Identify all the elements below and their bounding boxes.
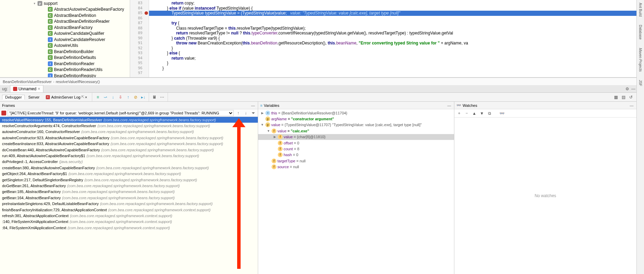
tree-item-label[interactable]: AutowireCandidateResolver: [54, 37, 105, 42]
stack-frame[interactable]: run:409, AbstractAutowireCapableBeanFact…: [0, 153, 258, 159]
breadcrumb-item[interactable]: resolveValueIfNecessary(): [56, 80, 100, 84]
next-frame-icon[interactable]: ↓: [243, 110, 249, 116]
minimize-icon[interactable]: —: [250, 103, 256, 108]
variable-row[interactable]: fsource = null: [258, 164, 454, 170]
copy-icon[interactable]: ⧉: [486, 110, 493, 117]
class-icon: C: [48, 7, 53, 12]
tree-item-label[interactable]: BeanDefinitionReaderUtils: [54, 67, 103, 72]
tree-twist-icon[interactable]: ▶: [260, 111, 264, 115]
stack-frame[interactable]: doPrivileged:-1, AccessController(java.s…: [0, 159, 258, 165]
stack-frame[interactable]: getObject:264, AbstractBeanFactory$1(com…: [0, 171, 258, 177]
variable-row[interactable]: ▼fvalue = "calc.exe": [258, 128, 454, 134]
tree-twist-icon[interactable]: ▾: [33, 2, 36, 5]
add-watch-icon[interactable]: ＋: [456, 110, 463, 117]
rail-ant-build[interactable]: Ant Build: [638, 3, 642, 17]
tree-folder-label[interactable]: support: [44, 1, 57, 6]
variable-row[interactable]: ▶fvalue = {char[8]@11810}: [258, 134, 454, 140]
step-into-icon[interactable]: ↓: [109, 94, 116, 101]
stack-frame[interactable]: createBeanInstance:833, AbstractAutowire…: [0, 141, 258, 147]
tab-debugger[interactable]: Debugger: [2, 95, 25, 100]
tree-item-label[interactable]: BeanDefinitionBuilder: [54, 49, 94, 54]
tree-item-label[interactable]: AutowireUtils: [54, 43, 78, 48]
tree-item-label[interactable]: AbstractBeanDefinitionReader: [54, 19, 109, 24]
stack-frame[interactable]: autowireConstructor:160, ConstructorReso…: [0, 129, 258, 135]
close-icon[interactable]: ×: [38, 87, 40, 91]
step-out-icon[interactable]: ↑: [125, 94, 131, 101]
tree-item-label[interactable]: BeanDefinitionReader: [54, 61, 94, 66]
prev-frame-icon[interactable]: ↑: [235, 110, 241, 116]
editor[interactable]: return copy; } else if (value instanceof…: [149, 0, 636, 77]
tree-twist-icon[interactable]: ▼: [266, 129, 271, 133]
frames-title: Frames: [2, 103, 249, 108]
variable-row[interactable]: ftargetType = null: [258, 158, 454, 164]
project-tree[interactable]: ▾ p support CAbstractAutowireCapableBean…: [0, 0, 130, 77]
run-to-cursor-icon[interactable]: ▸↓: [140, 94, 147, 101]
variable-row[interactable]: fcount = 8: [258, 146, 454, 152]
variables-tree[interactable]: ▶=this = {BeanDefinitionValueResolver@11…: [258, 109, 454, 274]
tree-item-label[interactable]: AbstractBeanFactory: [54, 25, 93, 30]
rail-jsf[interactable]: JSF: [638, 80, 642, 86]
tree-item-label[interactable]: BeanDefinitionDefaults: [54, 55, 96, 60]
close-icon[interactable]: ×: [85, 95, 87, 99]
tree-item-label[interactable]: AutowireCandidateQualifier: [54, 31, 104, 36]
tree-item-label[interactable]: AbstractBeanDefinition: [54, 13, 96, 18]
step-over-icon[interactable]: ⤻: [102, 94, 109, 101]
debugger-toolbar: Debugger Server ≡ AdminServer Log ⇱ × ≡ …: [0, 93, 636, 102]
filter-icon[interactable]: ⏷: [250, 110, 256, 116]
stack-frame[interactable]: :140, FileSystemXmlApplicationContext(co…: [0, 219, 258, 225]
stack-frame[interactable]: preInstantiateSingletons:429, DefaultLis…: [0, 201, 258, 206]
stack-frame[interactable]: autowireConstructor:923, AbstractAutowir…: [0, 135, 258, 141]
stack-frame[interactable]: finishBeanFactoryInitialization:729, Abs…: [0, 207, 258, 213]
tree-item-label[interactable]: AbstractAutowireCapableBeanFactory: [54, 7, 124, 12]
tree-twist-icon[interactable]: ▶: [273, 135, 277, 139]
stack-frame[interactable]: createBean:380, AbstractAutowireCapableB…: [0, 165, 258, 171]
stack-frame[interactable]: :84, FileSystemXmlApplicationContext(com…: [0, 225, 258, 231]
tab-server[interactable]: Server: [25, 95, 42, 99]
rail-database[interactable]: Database: [638, 25, 642, 40]
remove-watch-icon[interactable]: －: [463, 110, 470, 117]
stack-frame[interactable]: refresh:381, AbstractApplicationContext(…: [0, 213, 258, 219]
stack-frame[interactable]: getSingleton:217, DefaultSingletonBeanRe…: [0, 177, 258, 183]
variable-row[interactable]: foffset = 0: [258, 140, 454, 146]
minimize-icon[interactable]: —: [630, 85, 636, 92]
breakpoint-icon[interactable]: [145, 11, 148, 15]
stack-frame[interactable]: resolveValueIfNecessary:155, BeanDefinit…: [0, 117, 258, 123]
gear-icon[interactable]: ⚙: [624, 85, 630, 92]
thread-select[interactable]: "[ACTIVE] ExecuteThread: '9' for queue: …: [8, 110, 234, 116]
minimize-icon[interactable]: —: [446, 103, 452, 108]
drop-frame-icon[interactable]: ⊘: [132, 94, 139, 101]
stack-frame[interactable]: doCreateBean:440, AbstractAutowireCapabl…: [0, 147, 258, 153]
show-execution-point-icon[interactable]: ≡: [94, 94, 101, 101]
layout-icon[interactable]: ▦: [612, 94, 619, 101]
layout-icon[interactable]: ▤: [620, 94, 627, 101]
breadcrumb[interactable]: BeanDefinitionValueResolver › resolveVal…: [0, 78, 636, 85]
variable-row[interactable]: pargName = "constructor argument": [258, 116, 454, 122]
stack-frame[interactable]: resolveConstructorArguments:474, Constru…: [0, 123, 258, 129]
rail-maven-projects[interactable]: Maven Projects: [638, 48, 642, 72]
evaluate-icon[interactable]: 🖩: [151, 94, 158, 101]
force-step-into-icon[interactable]: ⇩: [117, 94, 124, 101]
tree-twist-icon[interactable]: ▼: [260, 123, 264, 126]
stack-frame[interactable]: doGetBean:261, AbstractBeanFactory(com.b…: [0, 183, 258, 189]
field-icon: f: [278, 134, 283, 139]
variable-row[interactable]: fhash = 0: [258, 152, 454, 158]
class-icon: C: [48, 67, 53, 72]
restore-layout-icon[interactable]: ↺: [627, 94, 634, 101]
stack-frame[interactable]: getBean:164, AbstractBeanFactory(com.bea…: [0, 195, 258, 201]
breadcrumb-item[interactable]: BeanDefinitionValueResolver: [3, 80, 52, 84]
editor-gutter[interactable]: 838485868788899091929394959697: [130, 0, 149, 77]
glasses-icon[interactable]: 👓: [498, 110, 505, 117]
tree-item-label[interactable]: BeanDefinitionRegistry: [54, 73, 96, 77]
run-tab[interactable]: Unnamed ×: [10, 85, 43, 92]
stack-frames-list[interactable]: resolveValueIfNecessary:155, BeanDefinit…: [0, 117, 258, 274]
minimize-icon[interactable]: —: [629, 103, 634, 108]
thread-icon: [1, 111, 6, 115]
down-icon[interactable]: ▼: [478, 110, 485, 117]
more-icon[interactable]: ⋯: [159, 94, 166, 101]
stack-frame[interactable]: getBean:185, AbstractBeanFactory(com.bea…: [0, 189, 258, 195]
up-icon[interactable]: ▲: [471, 110, 478, 117]
variable-row[interactable]: ▼pvalue = {TypedStringValue@11707} "Type…: [258, 122, 454, 128]
pin-icon[interactable]: ⇱: [81, 95, 84, 99]
tab-adminserver-log[interactable]: ≡ AdminServer Log ⇱ ×: [43, 95, 90, 99]
variable-row[interactable]: ▶=this = {BeanDefinitionValueResolver@11…: [258, 110, 454, 116]
